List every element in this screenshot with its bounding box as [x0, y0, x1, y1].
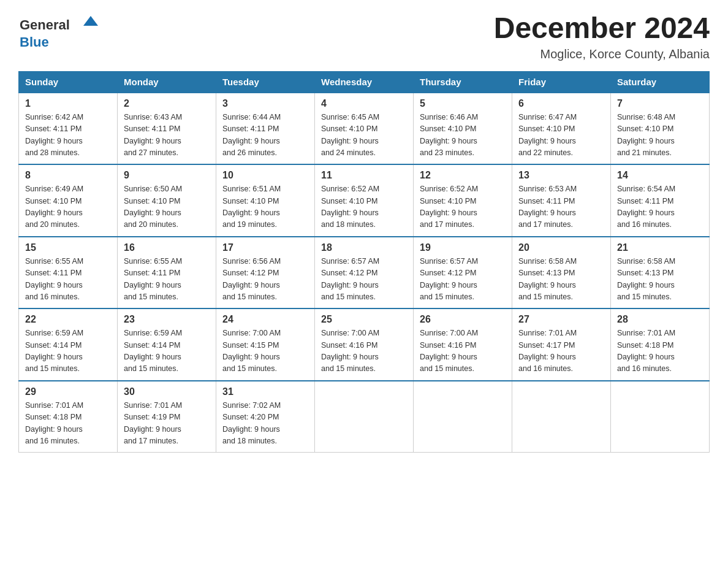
- location-title: Moglice, Korce County, Albania: [494, 47, 710, 61]
- day-info: Sunrise: 6:46 AMSunset: 4:10 PMDaylight:…: [420, 112, 506, 159]
- day-number: 30: [124, 386, 210, 397]
- day-cell-18: 18 Sunrise: 6:57 AMSunset: 4:12 PMDaylig…: [315, 237, 414, 309]
- calendar-header-row: SundayMondayTuesdayWednesdayThursdayFrid…: [19, 71, 710, 93]
- week-row-5: 29 Sunrise: 7:01 AMSunset: 4:18 PMDaylig…: [19, 381, 710, 453]
- day-cell-8: 8 Sunrise: 6:49 AMSunset: 4:10 PMDayligh…: [19, 164, 118, 237]
- day-info: Sunrise: 7:00 AMSunset: 4:15 PMDaylight:…: [222, 327, 308, 375]
- day-cell-22: 22 Sunrise: 6:59 AMSunset: 4:14 PMDaylig…: [19, 308, 118, 381]
- page-header: General Blue December 2024 Moglice, Korc…: [18, 12, 710, 61]
- week-row-4: 22 Sunrise: 6:59 AMSunset: 4:14 PMDaylig…: [19, 308, 710, 381]
- day-number: 5: [420, 98, 506, 109]
- col-header-friday: Friday: [512, 71, 611, 93]
- day-cell-5: 5 Sunrise: 6:46 AMSunset: 4:10 PMDayligh…: [414, 93, 512, 165]
- day-cell-9: 9 Sunrise: 6:50 AMSunset: 4:10 PMDayligh…: [118, 164, 216, 237]
- day-info: Sunrise: 6:53 AMSunset: 4:11 PMDaylight:…: [518, 183, 604, 231]
- col-header-thursday: Thursday: [414, 71, 512, 93]
- day-cell-31: 31 Sunrise: 7:02 AMSunset: 4:20 PMDaylig…: [216, 381, 315, 453]
- day-info: Sunrise: 6:51 AMSunset: 4:10 PMDaylight:…: [222, 183, 308, 231]
- day-cell-30: 30 Sunrise: 7:01 AMSunset: 4:19 PMDaylig…: [118, 381, 216, 453]
- col-header-sunday: Sunday: [19, 71, 118, 93]
- day-info: Sunrise: 6:44 AMSunset: 4:11 PMDaylight:…: [222, 112, 308, 159]
- day-info: Sunrise: 6:50 AMSunset: 4:10 PMDaylight:…: [124, 183, 210, 231]
- day-number: 1: [25, 98, 111, 109]
- day-number: 29: [25, 386, 111, 397]
- day-info: Sunrise: 6:57 AMSunset: 4:12 PMDaylight:…: [321, 256, 407, 304]
- day-cell-3: 3 Sunrise: 6:44 AMSunset: 4:11 PMDayligh…: [216, 93, 315, 165]
- col-header-wednesday: Wednesday: [315, 71, 414, 93]
- day-info: Sunrise: 7:01 AMSunset: 4:17 PMDaylight:…: [518, 327, 604, 375]
- day-info: Sunrise: 6:48 AMSunset: 4:10 PMDaylight:…: [617, 112, 703, 159]
- day-number: 28: [617, 314, 703, 325]
- col-header-tuesday: Tuesday: [216, 71, 315, 93]
- day-cell-17: 17 Sunrise: 6:56 AMSunset: 4:12 PMDaylig…: [216, 237, 315, 309]
- day-info: Sunrise: 6:49 AMSunset: 4:10 PMDaylight:…: [25, 183, 111, 231]
- day-cell-29: 29 Sunrise: 7:01 AMSunset: 4:18 PMDaylig…: [19, 381, 118, 453]
- day-number: 9: [124, 170, 210, 181]
- day-cell-2: 2 Sunrise: 6:43 AMSunset: 4:11 PMDayligh…: [118, 93, 216, 165]
- logo-svg: General Blue: [18, 12, 98, 52]
- day-cell-21: 21 Sunrise: 6:58 AMSunset: 4:13 PMDaylig…: [611, 237, 710, 309]
- month-title: December 2024: [494, 12, 710, 45]
- day-number: 25: [321, 314, 407, 325]
- day-number: 2: [124, 98, 210, 109]
- day-number: 11: [321, 170, 407, 181]
- day-number: 14: [617, 170, 703, 181]
- day-cell-23: 23 Sunrise: 6:59 AMSunset: 4:14 PMDaylig…: [118, 308, 216, 381]
- day-number: 27: [518, 314, 604, 325]
- day-number: 22: [25, 314, 111, 325]
- day-number: 12: [420, 170, 506, 181]
- week-row-3: 15 Sunrise: 6:55 AMSunset: 4:11 PMDaylig…: [19, 237, 710, 309]
- svg-text:General: General: [20, 17, 70, 33]
- day-number: 23: [124, 314, 210, 325]
- empty-cell: [414, 381, 512, 453]
- logo: General Blue: [18, 12, 98, 52]
- day-number: 13: [518, 170, 604, 181]
- day-number: 7: [617, 98, 703, 109]
- day-info: Sunrise: 6:57 AMSunset: 4:12 PMDaylight:…: [420, 256, 506, 304]
- calendar-table: SundayMondayTuesdayWednesdayThursdayFrid…: [18, 71, 710, 453]
- day-cell-7: 7 Sunrise: 6:48 AMSunset: 4:10 PMDayligh…: [611, 93, 710, 165]
- day-info: Sunrise: 6:59 AMSunset: 4:14 PMDaylight:…: [25, 327, 111, 375]
- day-cell-27: 27 Sunrise: 7:01 AMSunset: 4:17 PMDaylig…: [512, 308, 611, 381]
- day-cell-12: 12 Sunrise: 6:52 AMSunset: 4:10 PMDaylig…: [414, 164, 512, 237]
- day-info: Sunrise: 7:00 AMSunset: 4:16 PMDaylight:…: [321, 327, 407, 375]
- day-cell-19: 19 Sunrise: 6:57 AMSunset: 4:12 PMDaylig…: [414, 237, 512, 309]
- day-info: Sunrise: 6:58 AMSunset: 4:13 PMDaylight:…: [518, 256, 604, 304]
- day-cell-10: 10 Sunrise: 6:51 AMSunset: 4:10 PMDaylig…: [216, 164, 315, 237]
- day-number: 26: [420, 314, 506, 325]
- day-info: Sunrise: 6:47 AMSunset: 4:10 PMDaylight:…: [518, 112, 604, 159]
- day-cell-20: 20 Sunrise: 6:58 AMSunset: 4:13 PMDaylig…: [512, 237, 611, 309]
- day-info: Sunrise: 7:01 AMSunset: 4:19 PMDaylight:…: [124, 400, 210, 448]
- day-info: Sunrise: 6:58 AMSunset: 4:13 PMDaylight:…: [617, 256, 703, 304]
- day-info: Sunrise: 6:52 AMSunset: 4:10 PMDaylight:…: [321, 183, 407, 231]
- day-info: Sunrise: 7:01 AMSunset: 4:18 PMDaylight:…: [25, 400, 111, 448]
- week-row-1: 1 Sunrise: 6:42 AMSunset: 4:11 PMDayligh…: [19, 93, 710, 165]
- day-cell-28: 28 Sunrise: 7:01 AMSunset: 4:18 PMDaylig…: [611, 308, 710, 381]
- day-number: 6: [518, 98, 604, 109]
- day-info: Sunrise: 7:00 AMSunset: 4:16 PMDaylight:…: [420, 327, 506, 375]
- day-info: Sunrise: 6:43 AMSunset: 4:11 PMDaylight:…: [124, 112, 210, 159]
- empty-cell: [512, 381, 611, 453]
- day-cell-13: 13 Sunrise: 6:53 AMSunset: 4:11 PMDaylig…: [512, 164, 611, 237]
- day-info: Sunrise: 6:45 AMSunset: 4:10 PMDaylight:…: [321, 112, 407, 159]
- day-number: 15: [25, 242, 111, 253]
- day-number: 21: [617, 242, 703, 253]
- day-number: 3: [222, 98, 308, 109]
- svg-text:Blue: Blue: [20, 34, 49, 50]
- day-info: Sunrise: 6:55 AMSunset: 4:11 PMDaylight:…: [25, 256, 111, 304]
- day-cell-1: 1 Sunrise: 6:42 AMSunset: 4:11 PMDayligh…: [19, 93, 118, 165]
- day-number: 4: [321, 98, 407, 109]
- day-info: Sunrise: 6:55 AMSunset: 4:11 PMDaylight:…: [124, 256, 210, 304]
- day-cell-15: 15 Sunrise: 6:55 AMSunset: 4:11 PMDaylig…: [19, 237, 118, 309]
- day-number: 17: [222, 242, 308, 253]
- week-row-2: 8 Sunrise: 6:49 AMSunset: 4:10 PMDayligh…: [19, 164, 710, 237]
- col-header-saturday: Saturday: [611, 71, 710, 93]
- day-cell-24: 24 Sunrise: 7:00 AMSunset: 4:15 PMDaylig…: [216, 308, 315, 381]
- day-number: 24: [222, 314, 308, 325]
- day-cell-14: 14 Sunrise: 6:54 AMSunset: 4:11 PMDaylig…: [611, 164, 710, 237]
- day-info: Sunrise: 7:02 AMSunset: 4:20 PMDaylight:…: [222, 400, 308, 448]
- day-info: Sunrise: 7:01 AMSunset: 4:18 PMDaylight:…: [617, 327, 703, 375]
- empty-cell: [315, 381, 414, 453]
- title-block: December 2024 Moglice, Korce County, Alb…: [494, 12, 710, 61]
- empty-cell: [611, 381, 710, 453]
